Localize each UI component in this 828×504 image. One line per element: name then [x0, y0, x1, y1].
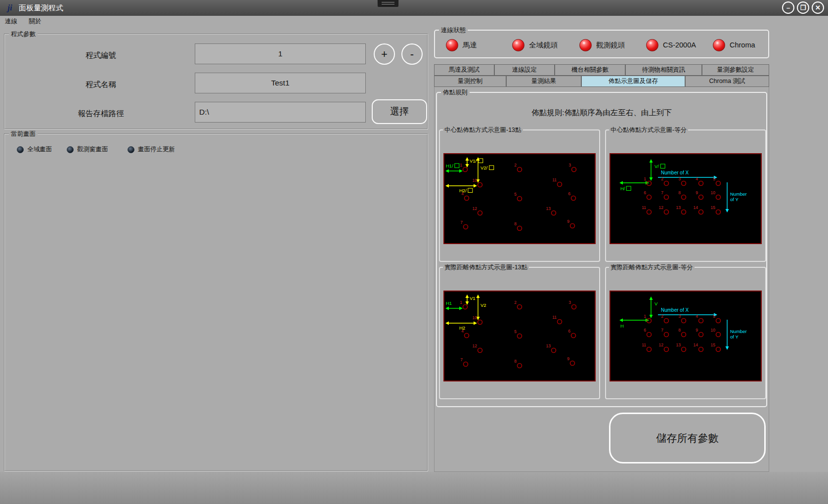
- minimize-button[interactable]: –: [782, 1, 794, 14]
- svg-text:12: 12: [473, 206, 478, 211]
- svg-text:Number: Number: [730, 329, 747, 334]
- program-name-field[interactable]: Test1: [195, 73, 366, 93]
- program-number-field[interactable]: 1: [195, 43, 366, 64]
- svg-text:9: 9: [696, 328, 698, 333]
- led-indicator-icon: [446, 39, 458, 51]
- svg-text:4: 4: [461, 191, 464, 196]
- restore-button[interactable]: ❐: [797, 1, 809, 14]
- app-logo-icon: ji: [4, 2, 16, 14]
- menu-bar: 連線 關於: [0, 16, 828, 27]
- close-button[interactable]: ✕: [812, 1, 824, 14]
- svg-text:of Y: of Y: [730, 334, 739, 339]
- svg-text:7: 7: [460, 220, 463, 225]
- program-params-group-title: 程式參數: [9, 30, 38, 39]
- svg-text:6: 6: [644, 190, 646, 195]
- svg-text:11: 11: [552, 315, 557, 320]
- svg-text:3: 3: [678, 314, 681, 319]
- tab-connection-settings[interactable]: 連線設定: [494, 64, 555, 76]
- svg-text:12: 12: [659, 342, 664, 347]
- svg-text:2: 2: [514, 300, 517, 305]
- svg-text:8: 8: [514, 221, 517, 226]
- status-global-camera: 全域鏡頭: [512, 39, 558, 51]
- svg-text:8: 8: [678, 190, 681, 195]
- svg-text:1: 1: [644, 314, 646, 319]
- svg-text:2: 2: [661, 314, 663, 319]
- select-path-button[interactable]: 選擇: [372, 99, 427, 124]
- radio-observe-window-screen[interactable]: 觀測窗畫面: [67, 145, 108, 154]
- svg-text:1: 1: [460, 300, 462, 305]
- svg-text:Number: Number: [730, 191, 747, 197]
- svg-text:1: 1: [460, 163, 462, 168]
- tab-machine-params[interactable]: 機台相關參數: [555, 64, 625, 76]
- svg-text:12: 12: [473, 343, 478, 348]
- tab-chroma-test[interactable]: Chroma 測試: [685, 76, 769, 87]
- program-name-label: 程式名稱: [13, 80, 189, 90]
- tab-motor-test[interactable]: 馬達及測試: [434, 64, 494, 76]
- svg-text:5: 5: [713, 314, 715, 319]
- connection-status-group: 連線狀態 馬達 全域鏡頭 觀測鏡頭 CS-2000A Chroma: [434, 30, 769, 58]
- svg-text:14: 14: [694, 205, 698, 210]
- diagram-panel-title: 中心點佈點方式示意圖-13點: [443, 126, 523, 134]
- diagram-panel-title: 中心點佈點方式示意圖-等分: [609, 126, 688, 134]
- radio-global-screen[interactable]: 全域畫面: [17, 145, 52, 154]
- svg-text:4: 4: [461, 329, 464, 334]
- radio-stop-update-screen[interactable]: 畫面停止更新: [128, 145, 175, 154]
- svg-text:Number of X: Number of X: [661, 307, 689, 313]
- svg-text:V2: V2: [480, 302, 486, 308]
- increment-button[interactable]: +: [374, 43, 395, 65]
- window-controls: – ❐ ✕: [782, 1, 824, 14]
- svg-text:13: 13: [546, 343, 551, 348]
- tab-dut-info[interactable]: 待測物相關資訊: [625, 64, 702, 76]
- svg-text:11: 11: [552, 177, 557, 182]
- report-path-label: 報告存檔路徑: [13, 109, 189, 119]
- status-cs2000a-label: CS-2000A: [663, 41, 696, 49]
- save-all-params-button[interactable]: 儲存所有參數: [609, 413, 766, 463]
- drag-handle[interactable]: [377, 0, 399, 7]
- layout-rules-group-title: 佈點規則: [441, 88, 470, 97]
- led-indicator-icon: [579, 39, 592, 51]
- svg-text:9: 9: [567, 356, 569, 361]
- tab-measure-params[interactable]: 量測參數設定: [702, 64, 769, 76]
- current-screen-group-title: 當前畫面: [9, 130, 38, 138]
- report-path-field[interactable]: D:\: [195, 102, 366, 123]
- diagram-panel-title: 實際距離佈點方式示意圖-等分: [609, 263, 695, 272]
- svg-text:10: 10: [473, 315, 478, 320]
- tab-row-1: 馬達及測試 連線設定 機台相關參數 待測物相關資訊 量測參數設定: [434, 64, 769, 76]
- led-indicator-icon: [512, 39, 524, 51]
- program-params-group: 程式參數 程式編號 1 + - 程式名稱 Test1 報告存檔路徑 D:\ 選擇: [4, 34, 428, 129]
- window-bottom-edge: [0, 472, 828, 504]
- tab-measure-results[interactable]: 量測結果: [506, 76, 581, 87]
- diagram-canvas: V/H/Number of XNumberof Y123456789101112…: [610, 153, 762, 244]
- menu-item-connect[interactable]: 連線: [0, 16, 22, 27]
- svg-text:14: 14: [694, 342, 698, 347]
- svg-text:4: 4: [696, 176, 698, 181]
- svg-text:10: 10: [711, 190, 716, 195]
- svg-text:H/: H/: [620, 186, 625, 191]
- svg-text:11: 11: [642, 205, 646, 210]
- led-indicator-icon: [713, 39, 725, 51]
- tab-point-layout-save[interactable]: 佈點示意圖及儲存: [581, 76, 685, 87]
- layout-rules-description: 佈點規則:佈點順序為由左至右、由上到下: [436, 108, 767, 118]
- led-indicator-icon: [646, 39, 658, 51]
- diagram-canvas: V1V2H1H212310114561213789: [443, 291, 596, 381]
- tab-measure-control[interactable]: 量測控制: [434, 76, 506, 87]
- menu-item-about[interactable]: 關於: [24, 16, 46, 27]
- radio-observe-window-label: 觀測窗畫面: [77, 145, 108, 154]
- diagram-canvas: V1/V2/H1/H2/12310114561213789: [443, 153, 596, 244]
- svg-text:8: 8: [514, 359, 517, 364]
- svg-text:V1: V1: [470, 295, 476, 301]
- svg-text:1: 1: [644, 176, 646, 181]
- decrement-button[interactable]: -: [401, 43, 423, 65]
- status-observe-camera: 觀測鏡頭: [579, 39, 625, 51]
- status-chroma-label: Chroma: [730, 41, 755, 49]
- status-chroma: Chroma: [713, 39, 755, 51]
- titlebar: ji 面板量測程式 – ❐ ✕: [0, 0, 828, 16]
- svg-text:V2/: V2/: [480, 165, 488, 170]
- connection-status-group-title: 連線狀態: [439, 26, 468, 35]
- status-motor: 馬達: [446, 39, 477, 51]
- tab-row-2: 量測控制 量測結果 佈點示意圖及儲存 Chroma 測試: [434, 76, 769, 87]
- svg-text:8: 8: [678, 328, 681, 333]
- svg-text:V/: V/: [654, 164, 659, 169]
- svg-text:15: 15: [711, 205, 716, 210]
- svg-text:7: 7: [661, 328, 663, 333]
